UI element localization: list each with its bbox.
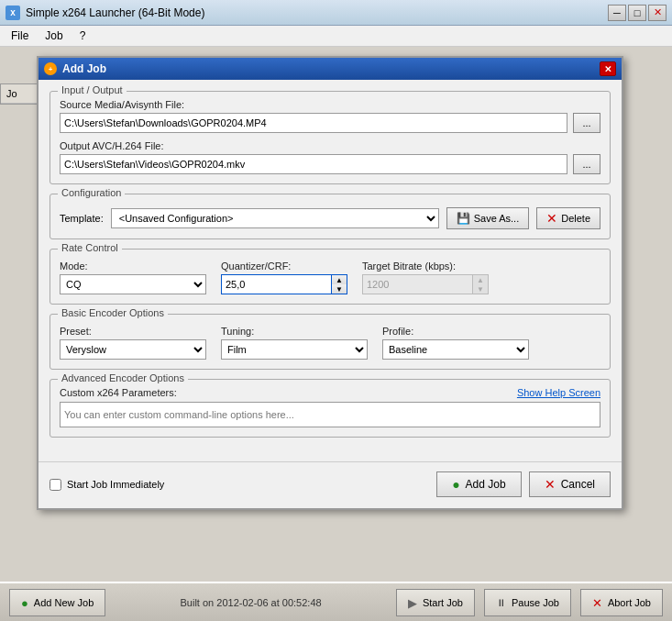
rate-control-row: Mode: CQ ABR 2-Pass Quantizer/CRF: <box>60 261 600 294</box>
menu-help[interactable]: ? <box>72 28 94 44</box>
quantizer-spinner-btns: ▲ ▼ <box>331 274 347 294</box>
save-as-button[interactable]: 💾 Save As... <box>446 207 530 229</box>
add-job-button[interactable]: ● Add Job <box>436 471 522 497</box>
target-bitrate-label: Target Bitrate (kbps): <box>362 261 489 272</box>
pause-job-label: Pause Job <box>512 597 559 608</box>
app-title: Simple x264 Launcher (64-Bit Mode) <box>26 6 204 19</box>
start-immediately-label: Start Job Immediately <box>67 479 164 490</box>
start-job-icon: ▶ <box>408 596 417 610</box>
preset-select[interactable]: Ultrafast Superfast Veryfast Faster Fast… <box>60 339 206 360</box>
pause-job-icon: ⏸ <box>496 597 506 608</box>
advanced-encoder-title: Advanced Encoder Options <box>58 372 188 383</box>
output-browse-button[interactable]: ... <box>573 154 600 174</box>
mode-label: Mode: <box>60 261 206 272</box>
dialog-close-button[interactable]: ✕ <box>600 61 616 76</box>
footer-buttons: ● Add Job ✕ Cancel <box>436 471 611 497</box>
mode-select[interactable]: CQ ABR 2-Pass <box>60 274 206 294</box>
target-bitrate-field: Target Bitrate (kbps): ▲ ▼ <box>362 261 489 294</box>
save-as-label: Save As... <box>474 213 520 224</box>
preset-select-wrap: Ultrafast Superfast Veryfast Faster Fast… <box>60 339 206 360</box>
start-job-button[interactable]: ▶ Start Job <box>396 589 475 616</box>
basic-encoder-title: Basic Encoder Options <box>58 307 168 318</box>
source-input[interactable] <box>60 113 567 133</box>
title-bar: x Simple x264 Launcher (64-Bit Mode) ─ □… <box>0 0 672 26</box>
add-job-dialog: + Add Job ✕ Input / Output Source Media/… <box>37 56 623 510</box>
quantizer-label: Quantizer/CRF: <box>221 261 347 272</box>
quantizer-up-button[interactable]: ▲ <box>332 275 347 284</box>
target-bitrate-down-button: ▼ <box>473 284 488 294</box>
delete-icon: ✕ <box>546 211 557 226</box>
quantizer-down-button[interactable]: ▼ <box>332 284 347 294</box>
taskbar: ● Add New Job Built on 2012-02-06 at 00:… <box>0 582 672 621</box>
add-job-icon: ● <box>452 477 459 492</box>
custom-params-label: Custom x264 Parameters: <box>60 387 517 398</box>
profile-select[interactable]: Baseline Main High <box>382 339 529 360</box>
show-help-link[interactable]: Show Help Screen <box>517 387 600 398</box>
output-input[interactable] <box>60 154 567 174</box>
dialog-body: Input / Output Source Media/Avisynth Fil… <box>39 80 622 458</box>
menu-bar: File Job ? <box>0 26 672 47</box>
mode-select-wrap: CQ ABR 2-Pass <box>60 274 206 294</box>
tuning-select-wrap: Film Animation Grain Stillimage PSNR SSI… <box>221 339 368 360</box>
adv-header-row: Custom x264 Parameters: Show Help Screen <box>60 387 600 398</box>
close-button[interactable]: ✕ <box>648 5 666 21</box>
configuration-title: Configuration <box>58 187 125 198</box>
target-bitrate-input <box>362 274 472 294</box>
target-bitrate-spinner: ▲ ▼ <box>362 274 489 294</box>
profile-field: Profile: Baseline Main High <box>382 326 529 360</box>
cancel-button[interactable]: ✕ Cancel <box>529 471 611 497</box>
source-label: Source Media/Avisynth File: <box>60 99 600 110</box>
quantizer-input[interactable] <box>221 274 331 294</box>
preset-field: Preset: Ultrafast Superfast Veryfast Fas… <box>60 326 206 360</box>
minimize-button[interactable]: ─ <box>608 5 626 21</box>
dialog-title: Add Job <box>62 62 106 75</box>
target-bitrate-up-button: ▲ <box>473 275 488 284</box>
menu-file[interactable]: File <box>4 28 36 44</box>
input-output-title: Input / Output <box>58 84 127 95</box>
custom-params-input[interactable] <box>60 402 600 427</box>
start-immediately-checkbox[interactable] <box>50 479 61 491</box>
save-icon: 💾 <box>457 212 470 225</box>
add-new-job-icon: ● <box>21 596 28 610</box>
dialog-titlebar: + Add Job ✕ <box>39 58 622 80</box>
source-browse-button[interactable]: ... <box>573 113 600 133</box>
dialog-title-left: + Add Job <box>44 62 106 75</box>
dialog-footer: Start Job Immediately ● Add Job ✕ Cancel <box>39 461 622 508</box>
title-bar-controls: ─ □ ✕ <box>608 5 666 21</box>
encoder-row: Preset: Ultrafast Superfast Veryfast Fas… <box>60 326 600 360</box>
profile-select-wrap: Baseline Main High <box>382 339 529 360</box>
cancel-label: Cancel <box>561 478 595 491</box>
built-label: Built on 2012-02-06 at 00:52:48 <box>115 597 387 608</box>
abort-job-button[interactable]: ✕ Abort Job <box>580 589 663 616</box>
delete-label: Delete <box>561 213 590 224</box>
mode-field: Mode: CQ ABR 2-Pass <box>60 261 206 294</box>
basic-encoder-group: Basic Encoder Options Preset: Ultrafast … <box>50 314 611 370</box>
quantizer-spinner: ▲ ▼ <box>221 274 347 294</box>
quantizer-field: Quantizer/CRF: ▲ ▼ <box>221 261 347 294</box>
pause-job-button[interactable]: ⏸ Pause Job <box>484 589 571 616</box>
add-new-job-label: Add New Job <box>34 597 94 608</box>
tuning-select[interactable]: Film Animation Grain Stillimage PSNR SSI… <box>221 339 368 360</box>
rate-control-title: Rate Control <box>58 242 122 253</box>
template-select[interactable]: <Unsaved Configuration> <box>111 208 439 228</box>
preset-label: Preset: <box>60 326 206 337</box>
start-immediately-wrap: Start Job Immediately <box>50 479 164 491</box>
maximize-button[interactable]: □ <box>628 5 646 21</box>
add-new-job-button[interactable]: ● Add New Job <box>9 589 105 616</box>
profile-label: Profile: <box>382 326 529 337</box>
dialog-icon: + <box>44 62 57 75</box>
tuning-label: Tuning: <box>221 326 368 337</box>
configuration-group: Configuration Template: <Unsaved Configu… <box>50 194 611 239</box>
add-job-label: Add Job <box>466 478 506 491</box>
output-row: ... <box>60 154 600 174</box>
title-bar-left: x Simple x264 Launcher (64-Bit Mode) <box>6 6 204 20</box>
delete-button[interactable]: ✕ Delete <box>536 207 600 229</box>
rate-control-group: Rate Control Mode: CQ ABR 2-Pass <box>50 249 611 305</box>
output-label: Output AVC/H.264 File: <box>60 140 600 151</box>
config-row: Template: <Unsaved Configuration> 💾 Save… <box>60 207 600 229</box>
cancel-icon: ✕ <box>545 477 556 492</box>
advanced-encoder-group: Advanced Encoder Options Custom x264 Par… <box>50 379 611 438</box>
abort-job-label: Abort Job <box>608 597 651 608</box>
menu-job[interactable]: Job <box>38 28 70 44</box>
abort-job-icon: ✕ <box>592 596 602 610</box>
